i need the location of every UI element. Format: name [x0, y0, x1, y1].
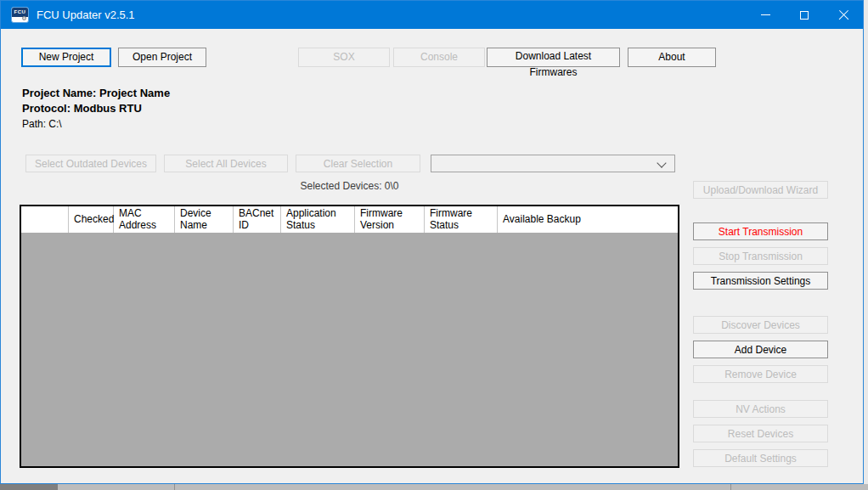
sox-button: SOX	[298, 48, 390, 67]
background-divider	[730, 484, 731, 490]
protocol-label: Protocol: Modbus RTU	[22, 102, 142, 115]
device-type-dropdown[interactable]	[431, 155, 675, 172]
project-name-label: Project Name: Project Name	[22, 87, 170, 99]
discover-devices-button: Discover Devices	[693, 316, 828, 334]
column-header-mac-address: MAC Address	[114, 206, 175, 233]
stop-transmission-button: Stop Transmission	[693, 247, 828, 265]
reset-devices-button: Reset Devices	[693, 425, 828, 442]
default-settings-button: Default Settings	[693, 449, 828, 467]
about-button[interactable]: About	[628, 48, 716, 67]
clear-selection-button: Clear Selection	[296, 155, 420, 172]
chevron-down-icon	[657, 158, 666, 167]
remove-device-button: Remove Device	[693, 365, 828, 383]
column-header-available-backup: Available Backup	[498, 206, 678, 233]
desktop-background: FCU FCU Updater v2.5.1 New Project Open …	[0, 0, 868, 490]
device-table[interactable]: Checked MAC Address Device Name BACnet I…	[20, 205, 679, 468]
column-header-firmware-status: Firmware Status	[425, 206, 498, 233]
background-divider	[174, 484, 175, 490]
column-header-firmware-version: Firmware Version	[355, 206, 425, 233]
app-icon-label: FCU	[12, 8, 28, 17]
window-controls	[746, 1, 863, 29]
device-table-body[interactable]	[21, 233, 678, 466]
new-project-button[interactable]: New Project	[21, 48, 111, 67]
minimize-button[interactable]	[746, 1, 785, 29]
maximize-button[interactable]	[785, 1, 824, 29]
maximize-icon	[800, 11, 809, 20]
start-transmission-button[interactable]: Start Transmission	[693, 222, 828, 240]
column-header-checked: Checked	[69, 206, 114, 233]
column-header-application-status: Application Status	[281, 206, 355, 233]
titlebar[interactable]: FCU FCU Updater v2.5.1	[1, 1, 863, 29]
app-icon: FCU	[11, 7, 29, 23]
device-table-header: Checked MAC Address Device Name BACnet I…	[21, 206, 678, 233]
path-label: Path: C:\	[22, 118, 62, 130]
download-latest-firmwares-button[interactable]: Download Latest Firmwares	[487, 48, 620, 67]
background-segment	[0, 484, 58, 490]
minimize-icon	[761, 14, 770, 15]
column-header-bacnet-id: BACnet ID	[234, 206, 281, 233]
close-button[interactable]	[824, 1, 863, 29]
gear-icon	[22, 16, 26, 20]
select-all-devices-button: Select All Devices	[164, 155, 288, 172]
window-title: FCU Updater v2.5.1	[37, 8, 135, 21]
open-project-button[interactable]: Open Project	[118, 48, 206, 67]
app-window: FCU FCU Updater v2.5.1 New Project Open …	[0, 0, 864, 484]
nv-actions-button: NV Actions	[693, 400, 828, 418]
close-icon	[838, 9, 849, 20]
column-header-row-selector	[21, 206, 69, 233]
column-header-device-name: Device Name	[175, 206, 234, 233]
selected-devices-count: Selected Devices: 0\0	[20, 180, 679, 192]
console-button: Console	[393, 48, 485, 67]
select-outdated-devices-button: Select Outdated Devices	[25, 155, 156, 172]
upload-download-wizard-button: Upload/Download Wizard	[693, 181, 828, 199]
add-device-button[interactable]: Add Device	[693, 341, 828, 358]
background-strip	[0, 484, 868, 490]
transmission-settings-button[interactable]: Transmission Settings	[693, 272, 828, 290]
background-strip-right	[864, 0, 868, 484]
